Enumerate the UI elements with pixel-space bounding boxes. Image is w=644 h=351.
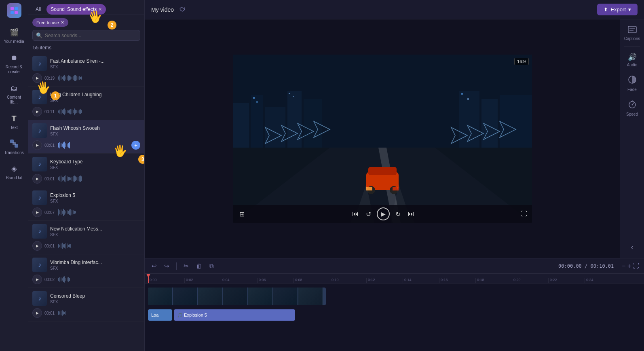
magic-resize-btn[interactable]	[179, 5, 186, 14]
zoom-out-btn[interactable]: −	[622, 262, 625, 270]
sidebar-item-text[interactable]: T Text	[2, 110, 27, 133]
ruler-mark: 0:10	[330, 278, 366, 283]
ruler-mark: 0:14	[403, 278, 439, 283]
right-item-captions[interactable]: Captions	[622, 23, 643, 44]
sound-title: Keyboard Type	[50, 159, 115, 165]
sidebar-item-content[interactable]: 🗂 Contentlib...	[2, 79, 27, 108]
ruler-mark: 0:04	[221, 278, 257, 283]
play-btn[interactable]: ▶	[32, 174, 42, 184]
sound-duration: 00:01	[44, 177, 56, 181]
svg-rect-16	[293, 96, 294, 97]
cut-btn[interactable]: ✂	[182, 261, 191, 271]
sidebar-item-brand[interactable]: ◈ Brand kit	[2, 160, 27, 183]
sound-duration: 00:07	[44, 210, 56, 215]
redo-btn[interactable]: ↪	[162, 261, 171, 271]
svg-rect-1	[15, 7, 18, 10]
filter-row: Free to use ✕	[28, 15, 144, 30]
svg-rect-2	[11, 11, 14, 14]
svg-rect-21	[467, 98, 469, 100]
play-btn[interactable]: ▶	[32, 107, 42, 116]
timeline-toolbar: ↩ ↪ ✂ 🗑 ⧉ 00:00.00 / 00:10.01 − + ⛶	[145, 258, 644, 274]
play-btn[interactable]: ▶	[32, 207, 42, 217]
record-icon: ⏺	[8, 52, 20, 63]
skip-back-btn[interactable]: ⏮	[351, 209, 360, 219]
play-btn[interactable]: ▶	[32, 241, 42, 251]
free-to-use-filter[interactable]: Free to use ✕	[32, 18, 68, 27]
step-1-badge: 1	[51, 91, 60, 100]
search-input[interactable]	[45, 33, 137, 38]
ruler-mark: 0:16	[439, 278, 475, 283]
content-icon: 🗂	[8, 82, 20, 94]
sound-item[interactable]: ♪ Censored Bleep SFX ▶ 00:01	[28, 288, 144, 321]
ruler-mark: 0:24	[585, 278, 621, 283]
sound-thumb: ♪	[32, 90, 47, 104]
video-track-row	[148, 286, 644, 307]
sound-item[interactable]: ♪ New Notification Mess... SFX ▶ 00:01	[28, 221, 144, 254]
sound-item[interactable]: ♪ Vibrimba Ding Interfac... SFX ▶ 00:02	[28, 254, 144, 288]
ruler-mark: 0:18	[475, 278, 512, 283]
sound-duration: 00:11	[44, 110, 56, 114]
sound-item[interactable]: ♪ Long Children Laughing SFX ▶ 00:11	[28, 87, 144, 120]
sound-tag: SFX	[50, 300, 140, 304]
audio-clip-2[interactable]: 🎵 Explosion 5	[174, 309, 295, 321]
delete-btn[interactable]: 🗑	[194, 261, 204, 271]
right-item-audio[interactable]: 🔊 Audio	[622, 49, 643, 70]
waveform	[58, 208, 140, 216]
rewind-5s-btn[interactable]: ↺	[364, 209, 373, 220]
right-item-speed[interactable]: Speed	[622, 97, 643, 120]
zoom-controls: − + ⛶	[622, 262, 639, 270]
waveform	[58, 74, 140, 82]
audio-clip-1[interactable]: Loa	[148, 309, 172, 321]
ruler-mark: 0:20	[512, 278, 548, 283]
video-track[interactable]	[148, 288, 326, 305]
sound-tag: SFX	[50, 233, 140, 237]
right-item-fade[interactable]: Fade	[622, 72, 643, 95]
fit-timeline-btn[interactable]: ⛶	[633, 262, 639, 270]
zoom-in-btn[interactable]: +	[627, 262, 631, 270]
playhead[interactable]	[148, 274, 149, 283]
sound-item[interactable]: ♪ Explosion 5 SFX ▶ 00:07	[28, 187, 144, 221]
play-btn[interactable]: ▶	[32, 308, 42, 318]
export-btn[interactable]: ⬆ Export ▾	[597, 4, 638, 15]
waveform	[58, 309, 140, 317]
caption-toggle-btn[interactable]: ⊞	[238, 209, 246, 220]
undo-btn[interactable]: ↩	[150, 261, 159, 271]
play-btn[interactable]: ▶	[32, 140, 42, 150]
panel-tabs: All Sound Sound effects ✕	[28, 0, 144, 15]
play-btn[interactable]: ▶	[32, 73, 42, 83]
sound-item[interactable]: ♪ Keyboard Type SFX ▶ 00:01	[28, 154, 144, 187]
forward-5s-btn[interactable]: ↻	[394, 209, 402, 220]
speed-label: Speed	[626, 112, 638, 116]
search-bar[interactable]: 🔍	[32, 30, 140, 41]
sound-tag: SFX	[50, 165, 140, 170]
add-to-timeline-btn[interactable]: +	[131, 141, 140, 150]
captions-icon	[628, 26, 637, 35]
timeline-content: 0:00 0:02 0:04 0:06 0:08 0:10 0:12 0:14 …	[145, 274, 644, 351]
step-2-badge: 2	[108, 21, 116, 30]
fullscreen-btn[interactable]: ⛶	[521, 210, 527, 218]
sound-item[interactable]: ♪ Fast Ambulance Siren -... SFX ▶ 00:19	[28, 53, 144, 87]
sidebar-item-transitions[interactable]: Transitions	[2, 135, 27, 158]
app-logo	[7, 3, 21, 18]
timeline-area: ↩ ↪ ✂ 🗑 ⧉ 00:00.00 / 00:10.01 − + ⛶ 0:00…	[145, 258, 644, 351]
tab-close-btn[interactable]: ✕	[98, 7, 102, 12]
fade-icon	[628, 75, 637, 86]
sound-title: Vibrimba Ding Interfac...	[50, 260, 115, 265]
skip-forward-btn[interactable]: ⏭	[406, 209, 416, 219]
collapse-panel-btn[interactable]: ‹	[628, 240, 637, 255]
export-dropdown-icon: ▾	[628, 6, 631, 13]
duplicate-btn[interactable]: ⧉	[207, 261, 216, 271]
ruler-marks: 0:00 0:02 0:04 0:06 0:08 0:10 0:12 0:14 …	[148, 278, 644, 283]
sidebar-item-record[interactable]: ⏺ Record &create	[2, 49, 27, 78]
play-pause-btn[interactable]: ▶	[377, 207, 390, 220]
play-btn[interactable]: ▶	[32, 275, 42, 284]
sound-duration: 00:02	[44, 277, 56, 282]
svg-rect-13	[253, 97, 255, 99]
sidebar-item-your-media[interactable]: 🎬 Your media	[2, 23, 27, 47]
tab-all[interactable]: All	[32, 4, 45, 15]
sound-item-highlighted[interactable]: ♪ Flash Whoosh Swoosh SFX ▶ 00:01	[28, 120, 144, 154]
ruler-mark: 0:00	[148, 278, 184, 283]
sound-title: New Notification Mess...	[50, 226, 115, 232]
sound-thumb: ♪	[32, 258, 47, 272]
tab-sound-effects[interactable]: Sound Sound effects ✕	[46, 4, 106, 15]
